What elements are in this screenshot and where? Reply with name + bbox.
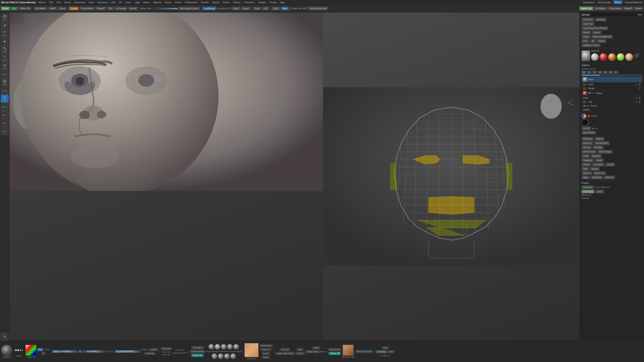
color-picker-circle[interactable] — [582, 114, 586, 118]
export-tool-btn[interactable]: Export — [592, 31, 602, 34]
menu-document[interactable]: Document — [74, 1, 86, 4]
menu-layer[interactable]: Layer — [124, 1, 132, 4]
zmetal-btn[interactable]: ZMetal — [595, 137, 605, 141]
plus-icon[interactable] — [638, 83, 641, 86]
floor-btn[interactable]: Floor — [1, 62, 8, 70]
zpaint-btn[interactable]: ZPaint — [1, 95, 8, 102]
project-label[interactable]: Project — [582, 182, 589, 184]
groupvisible-btn[interactable]: GroupVisible — [80, 7, 95, 10]
subtool-brows[interactable]: Brows — [582, 104, 642, 108]
subtool-label[interactable]: Subtool — [582, 64, 590, 66]
matcap-orange[interactable] — [608, 53, 616, 61]
geometry-btn[interactable]: Geometry — [582, 190, 594, 193]
import-txr-btn[interactable]: Import — [262, 356, 270, 359]
del-higher-btn[interactable]: Del Higher — [594, 7, 607, 10]
zremesh-sphere-icon[interactable] — [221, 344, 226, 350]
clear-btn[interactable]: Clear — [382, 346, 389, 349]
v3-btn[interactable]: V3 — [592, 71, 597, 74]
inflatb-sphere-icon[interactable] — [230, 354, 236, 359]
gear-icon[interactable] — [635, 83, 638, 86]
copy-btn[interactable]: Copy — [582, 154, 590, 158]
plus-list-icon[interactable] — [592, 127, 595, 130]
settings-btn[interactable] — [1, 333, 8, 341]
lightbox-btn[interactable]: Lightbox > Tools — [582, 43, 600, 47]
save-as-btn[interactable]: Save As — [595, 18, 606, 21]
project-all-btn[interactable]: ProjectAll — [582, 186, 594, 189]
merge-btn[interactable]: Merge — [613, 0, 622, 4]
go2-btn[interactable]: GoZ — [262, 7, 269, 10]
align-btn[interactable]: Align — [582, 176, 590, 179]
load-tools-project-btn[interactable]: Load Tools From Project — [582, 26, 608, 30]
matcap-colorful[interactable] — [617, 53, 624, 61]
lights-btn[interactable]: Lights — [272, 7, 280, 10]
menu-zbrush[interactable]: ZBrush — [38, 1, 47, 4]
v6-btn[interactable]: V6 — [608, 71, 613, 74]
menu-preferences[interactable]: Preferences — [184, 1, 198, 4]
draw-btn[interactable]: Draw — [1, 29, 8, 37]
inflate-btn[interactable]: Inflate — [312, 346, 320, 349]
matcap-white[interactable] — [591, 53, 599, 61]
stroke-display[interactable] — [13, 346, 25, 355]
menu-picker[interactable]: Picker — [174, 1, 182, 4]
rotate-btn[interactable]: Rotate — [1, 54, 8, 62]
export-btn[interactable]: Export — [241, 7, 250, 10]
visible-tool-btn[interactable]: Visible — [596, 39, 606, 43]
subtool-slider[interactable] — [582, 74, 642, 76]
toggle-mask-depth-btn[interactable]: Toggle Mask Depth — [276, 352, 294, 355]
del-all-btn[interactable]: Del All — [606, 163, 615, 166]
v7-btn[interactable]: V7 — [614, 71, 618, 74]
flatten-sphere-icon[interactable] — [224, 354, 230, 359]
default-zmaterial-btn[interactable]: DefaultZMaterial — [624, 1, 643, 4]
camera-btn[interactable]: Cam — [1, 13, 8, 21]
distribute-btn[interactable]: Distribute — [590, 176, 603, 179]
rename-btn[interactable]: Rename — [582, 141, 593, 145]
zproject-sphere-icon[interactable] — [227, 344, 233, 350]
menu-help[interactable]: Help — [279, 1, 286, 4]
backface-mask-btn[interactable]: BackfaceMask — [190, 350, 205, 353]
plus-icon-teeth[interactable] — [638, 96, 641, 99]
inverse-btn[interactable]: Inverse — [149, 348, 158, 351]
refresh-btn[interactable]: Refresh — [604, 176, 615, 179]
delete-btn[interactable]: Delete — [582, 163, 591, 166]
texture-thumbnail[interactable] — [244, 343, 258, 357]
mask-btn[interactable]: Mask — [281, 7, 289, 10]
hsvcalc-btn[interactable]: HSVCalc — [582, 137, 594, 141]
menu-macro[interactable]: Macro — [142, 1, 151, 4]
close-holes-btn[interactable]: Close Holes — [608, 7, 622, 10]
higher-res-btn[interactable]: Higher Res — [580, 7, 593, 10]
v4-btn[interactable]: V4 — [598, 71, 602, 74]
merge-btn[interactable]: Merge — [590, 167, 599, 171]
setup-model-wire-btn[interactable]: Setup Model Wire — [308, 7, 328, 10]
texture-off-btn[interactable]: Texture Off — [329, 352, 341, 355]
menu-edit[interactable]: Edit — [56, 1, 62, 4]
texture-on-btn[interactable]: Texture On — [192, 354, 204, 357]
zremesh2-sphere-icon[interactable] — [218, 354, 224, 359]
all-to-target-btn[interactable]: All To Target — [598, 150, 613, 154]
clone-btn[interactable]: Clone — [253, 7, 261, 10]
autoreorder-btn[interactable]: AutoReorder — [594, 141, 610, 145]
subtool-head[interactable]: Head — [582, 76, 642, 82]
menu-light[interactable]: Light — [134, 1, 140, 4]
size-slider[interactable] — [152, 8, 178, 9]
viewport-left[interactable] — [10, 12, 323, 341]
menu-transform[interactable]: Transform — [243, 1, 256, 4]
bevel-pro-btn[interactable]: Bevel Pro — [593, 171, 606, 175]
color-proj-btn[interactable]: Color — [595, 190, 604, 193]
all-low-btn[interactable]: All Low — [582, 146, 592, 149]
menu-fill[interactable]: Fill — [118, 1, 123, 4]
canvas-area[interactable] — [10, 12, 580, 341]
move-sphere-icon[interactable] — [208, 344, 214, 350]
del-other-btn[interactable]: Del Other — [592, 163, 605, 166]
plus-icon-hair[interactable] — [638, 101, 641, 103]
project-all-bottom-btn[interactable]: ProjectAll — [161, 347, 172, 350]
z-intensity-slider[interactable]: Z Intensity 25 — [52, 350, 78, 353]
all-to-home-btn[interactable]: All To Home — [582, 150, 596, 154]
move-btn[interactable] — [1, 38, 8, 45]
draw-size-slider[interactable]: Draw Size 1 — [79, 350, 105, 353]
all-high-btn[interactable]: All High — [593, 146, 604, 149]
menu-texture[interactable]: Texture — [232, 1, 242, 4]
subtool-tongue[interactable]: Tongue — [582, 90, 642, 96]
hidept-btn[interactable]: HidePt — [48, 7, 58, 10]
new-folder-btn[interactable]: New Folder — [582, 131, 596, 134]
menu-stroke[interactable]: Stroke — [222, 1, 230, 4]
